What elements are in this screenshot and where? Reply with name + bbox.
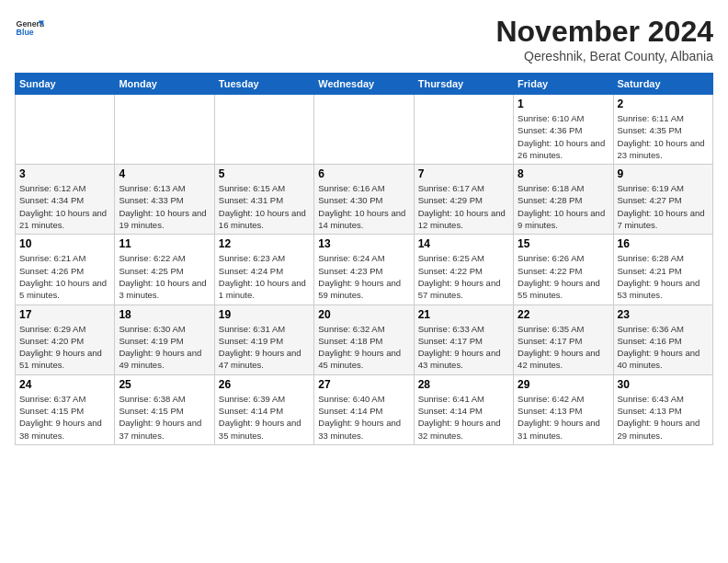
day-number: 17 — [19, 308, 110, 321]
svg-text:Blue: Blue — [17, 28, 34, 37]
calendar-cell — [115, 95, 214, 165]
svg-text:General: General — [17, 19, 44, 29]
day-info: Sunrise: 6:30 AM Sunset: 4:19 PM Dayligh… — [119, 323, 210, 372]
calendar-cell: 2Sunrise: 6:11 AM Sunset: 4:35 PM Daylig… — [613, 95, 712, 165]
day-number: 10 — [19, 237, 110, 250]
header-cell-sunday: Sunday — [16, 74, 115, 95]
calendar-cell — [214, 95, 313, 165]
day-number: 12 — [219, 237, 310, 250]
day-info: Sunrise: 6:39 AM Sunset: 4:14 PM Dayligh… — [219, 393, 310, 442]
day-number: 28 — [418, 378, 509, 391]
calendar-cell: 14Sunrise: 6:25 AM Sunset: 4:22 PM Dayli… — [414, 235, 513, 304]
day-number: 14 — [418, 237, 509, 250]
day-info: Sunrise: 6:42 AM Sunset: 4:13 PM Dayligh… — [518, 393, 609, 442]
day-info: Sunrise: 6:43 AM Sunset: 4:13 PM Dayligh… — [618, 393, 709, 442]
calendar-cell: 6Sunrise: 6:16 AM Sunset: 4:30 PM Daylig… — [314, 165, 414, 235]
day-number: 4 — [119, 167, 210, 180]
day-number: 15 — [518, 237, 609, 250]
day-info: Sunrise: 6:31 AM Sunset: 4:19 PM Dayligh… — [219, 323, 310, 372]
day-number: 6 — [318, 167, 409, 180]
header-cell-thursday: Thursday — [414, 74, 513, 95]
day-info: Sunrise: 6:17 AM Sunset: 4:29 PM Dayligh… — [418, 182, 509, 231]
day-info: Sunrise: 6:11 AM Sunset: 4:35 PM Dayligh… — [618, 112, 709, 161]
calendar-title: November 2024 — [495, 15, 713, 49]
calendar-cell: 23Sunrise: 6:36 AM Sunset: 4:16 PM Dayli… — [613, 304, 712, 374]
header-cell-friday: Friday — [514, 74, 613, 95]
day-info: Sunrise: 6:40 AM Sunset: 4:14 PM Dayligh… — [318, 393, 409, 442]
day-info: Sunrise: 6:36 AM Sunset: 4:16 PM Dayligh… — [618, 323, 709, 372]
calendar-cell: 18Sunrise: 6:30 AM Sunset: 4:19 PM Dayli… — [115, 304, 214, 374]
calendar-cell: 15Sunrise: 6:26 AM Sunset: 4:22 PM Dayli… — [514, 235, 613, 304]
day-number: 16 — [618, 237, 709, 250]
calendar-header-row: SundayMondayTuesdayWednesdayThursdayFrid… — [16, 74, 713, 95]
day-info: Sunrise: 6:38 AM Sunset: 4:15 PM Dayligh… — [119, 393, 210, 442]
day-info: Sunrise: 6:19 AM Sunset: 4:27 PM Dayligh… — [618, 182, 709, 231]
logo: General Blue — [15, 15, 44, 44]
calendar-cell — [414, 95, 513, 165]
day-number: 13 — [318, 237, 409, 250]
day-info: Sunrise: 6:21 AM Sunset: 4:26 PM Dayligh… — [19, 252, 110, 301]
title-area: November 2024 Qereshnik, Berat County, A… — [495, 15, 713, 63]
day-number: 1 — [518, 98, 609, 110]
day-number: 2 — [618, 98, 709, 110]
calendar-cell: 26Sunrise: 6:39 AM Sunset: 4:14 PM Dayli… — [214, 374, 313, 444]
day-info: Sunrise: 6:28 AM Sunset: 4:21 PM Dayligh… — [618, 252, 709, 301]
day-info: Sunrise: 6:35 AM Sunset: 4:17 PM Dayligh… — [518, 323, 609, 372]
header-cell-saturday: Saturday — [613, 74, 712, 95]
calendar-body: 1Sunrise: 6:10 AM Sunset: 4:36 PM Daylig… — [16, 95, 713, 445]
calendar-cell: 28Sunrise: 6:41 AM Sunset: 4:14 PM Dayli… — [414, 374, 513, 444]
calendar-subtitle: Qereshnik, Berat County, Albania — [495, 49, 713, 63]
header: General Blue November 2024 Qereshnik, Be… — [15, 15, 713, 63]
day-number: 24 — [19, 378, 110, 391]
calendar-week-row: 1Sunrise: 6:10 AM Sunset: 4:36 PM Daylig… — [16, 95, 713, 165]
day-info: Sunrise: 6:26 AM Sunset: 4:22 PM Dayligh… — [518, 252, 609, 301]
calendar-cell: 5Sunrise: 6:15 AM Sunset: 4:31 PM Daylig… — [214, 165, 313, 235]
calendar-cell: 17Sunrise: 6:29 AM Sunset: 4:20 PM Dayli… — [16, 304, 115, 374]
day-number: 19 — [219, 308, 310, 321]
day-info: Sunrise: 6:12 AM Sunset: 4:34 PM Dayligh… — [19, 182, 110, 231]
day-number: 8 — [518, 167, 609, 180]
day-number: 20 — [318, 308, 409, 321]
calendar-cell: 27Sunrise: 6:40 AM Sunset: 4:14 PM Dayli… — [314, 374, 414, 444]
day-info: Sunrise: 6:29 AM Sunset: 4:20 PM Dayligh… — [19, 323, 110, 372]
day-number: 7 — [418, 167, 509, 180]
calendar-table: SundayMondayTuesdayWednesdayThursdayFrid… — [15, 73, 713, 445]
day-number: 9 — [618, 167, 709, 180]
day-number: 22 — [518, 308, 609, 321]
day-number: 29 — [518, 378, 609, 391]
calendar-cell: 12Sunrise: 6:23 AM Sunset: 4:24 PM Dayli… — [214, 235, 313, 304]
day-info: Sunrise: 6:15 AM Sunset: 4:31 PM Dayligh… — [219, 182, 310, 231]
calendar-cell: 29Sunrise: 6:42 AM Sunset: 4:13 PM Dayli… — [514, 374, 613, 444]
calendar-cell: 7Sunrise: 6:17 AM Sunset: 4:29 PM Daylig… — [414, 165, 513, 235]
header-cell-tuesday: Tuesday — [214, 74, 313, 95]
day-info: Sunrise: 6:32 AM Sunset: 4:18 PM Dayligh… — [318, 323, 409, 372]
calendar-cell: 3Sunrise: 6:12 AM Sunset: 4:34 PM Daylig… — [16, 165, 115, 235]
calendar-cell — [314, 95, 414, 165]
day-info: Sunrise: 6:10 AM Sunset: 4:36 PM Dayligh… — [518, 112, 609, 161]
calendar-cell: 11Sunrise: 6:22 AM Sunset: 4:25 PM Dayli… — [115, 235, 214, 304]
day-number: 18 — [119, 308, 210, 321]
calendar-cell: 22Sunrise: 6:35 AM Sunset: 4:17 PM Dayli… — [514, 304, 613, 374]
day-info: Sunrise: 6:22 AM Sunset: 4:25 PM Dayligh… — [119, 252, 210, 301]
calendar-week-row: 17Sunrise: 6:29 AM Sunset: 4:20 PM Dayli… — [16, 304, 713, 374]
calendar-cell: 13Sunrise: 6:24 AM Sunset: 4:23 PM Dayli… — [314, 235, 414, 304]
day-number: 5 — [219, 167, 310, 180]
header-cell-monday: Monday — [115, 74, 214, 95]
day-info: Sunrise: 6:24 AM Sunset: 4:23 PM Dayligh… — [318, 252, 409, 301]
day-number: 27 — [318, 378, 409, 391]
calendar-cell — [16, 95, 115, 165]
calendar-cell: 30Sunrise: 6:43 AM Sunset: 4:13 PM Dayli… — [613, 374, 712, 444]
calendar-cell: 1Sunrise: 6:10 AM Sunset: 4:36 PM Daylig… — [514, 95, 613, 165]
day-number: 3 — [19, 167, 110, 180]
day-number: 25 — [119, 378, 210, 391]
day-info: Sunrise: 6:16 AM Sunset: 4:30 PM Dayligh… — [318, 182, 409, 231]
calendar-week-row: 10Sunrise: 6:21 AM Sunset: 4:26 PM Dayli… — [16, 235, 713, 304]
day-info: Sunrise: 6:18 AM Sunset: 4:28 PM Dayligh… — [518, 182, 609, 231]
calendar-cell: 4Sunrise: 6:13 AM Sunset: 4:33 PM Daylig… — [115, 165, 214, 235]
day-info: Sunrise: 6:37 AM Sunset: 4:15 PM Dayligh… — [19, 393, 110, 442]
calendar-cell: 25Sunrise: 6:38 AM Sunset: 4:15 PM Dayli… — [115, 374, 214, 444]
calendar-cell: 19Sunrise: 6:31 AM Sunset: 4:19 PM Dayli… — [214, 304, 313, 374]
calendar-week-row: 3Sunrise: 6:12 AM Sunset: 4:34 PM Daylig… — [16, 165, 713, 235]
day-number: 23 — [618, 308, 709, 321]
day-number: 26 — [219, 378, 310, 391]
